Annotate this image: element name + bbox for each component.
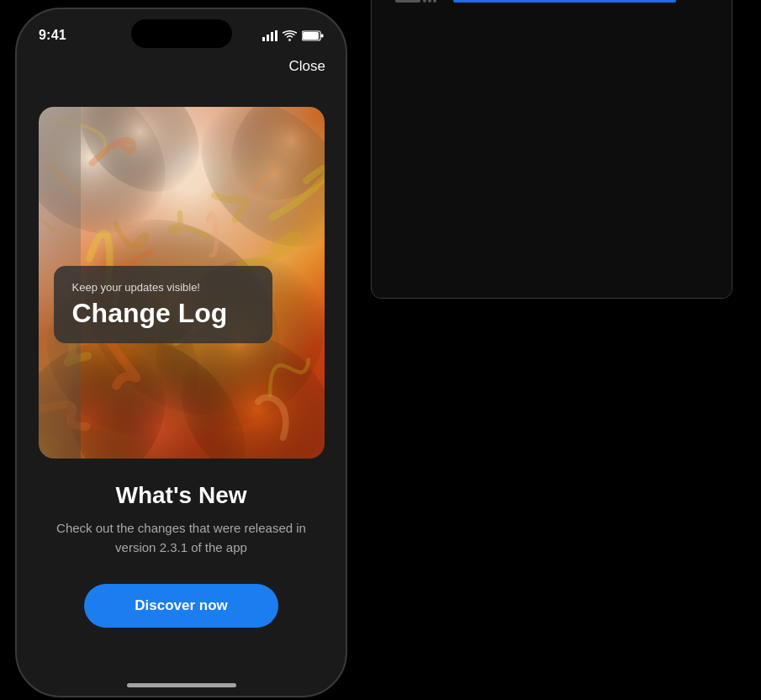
whats-new-desc: Check out the changes that were released… (40, 519, 322, 557)
battery-icon (302, 30, 324, 41)
svg-rect-1 (267, 34, 269, 41)
code-line-gray-4 (395, 0, 420, 3)
phone-content: What's New Check out the changes that we… (17, 459, 346, 628)
mini-dot-3 (433, 0, 436, 3)
svg-rect-3 (275, 30, 277, 41)
svg-rect-2 (271, 32, 273, 41)
dot-sequence (395, 0, 436, 3)
hero-image: Keep your updates visible! Change Log (39, 107, 325, 459)
close-button[interactable]: Close (289, 58, 325, 75)
code-lines (395, 0, 708, 3)
mini-dot-1 (423, 0, 426, 3)
code-line-4 (395, 0, 708, 3)
dynamic-island (131, 19, 232, 48)
whats-new-title: What's New (40, 482, 322, 509)
browser-mockup: < / > (371, 0, 732, 299)
mini-dots (423, 0, 436, 3)
svg-rect-5 (303, 32, 319, 40)
browser-body: < / > (372, 0, 732, 298)
svg-rect-0 (262, 37, 265, 41)
mini-dot-2 (428, 0, 431, 3)
wifi-icon (283, 30, 297, 41)
overlay-title: Change Log (72, 299, 254, 328)
code-line-blue-5 (453, 0, 676, 3)
overlay-subtitle: Keep your updates visible! (72, 281, 254, 294)
signal-icon (262, 30, 277, 41)
phone-mockup: 9:41 Close (15, 8, 347, 697)
overlay-card: Keep your updates visible! Change Log (54, 266, 272, 343)
home-indicator (127, 683, 236, 687)
svg-rect-6 (321, 34, 324, 37)
status-time: 9:41 (39, 28, 66, 43)
discover-now-button[interactable]: Discover now (84, 584, 278, 628)
status-icons (262, 30, 324, 41)
